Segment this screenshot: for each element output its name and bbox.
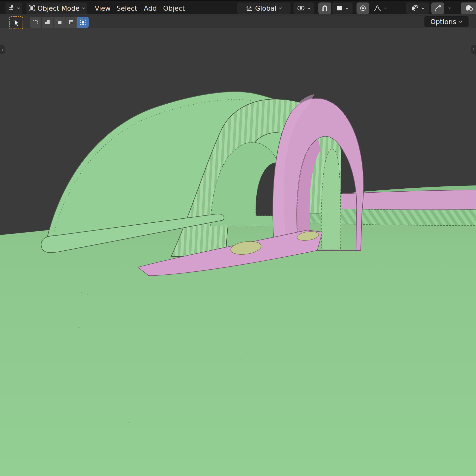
toolbar-expand-tab[interactable]: › (0, 45, 5, 54)
toolbar-expand-chevron-icon: › (1, 46, 4, 53)
select-extend-icon (44, 19, 51, 26)
options-dropdown[interactable]: Options (424, 16, 469, 27)
magnet-icon (321, 4, 329, 12)
tool-settings-bar: Options (0, 14, 476, 28)
overlays-chevron-icon[interactable] (448, 6, 452, 10)
proportional-falloff-dropdown[interactable] (370, 2, 390, 14)
falloff-curve-icon (373, 4, 382, 12)
show-overlays-toggle[interactable] (431, 2, 444, 14)
pivot-point-dropdown[interactable] (294, 2, 314, 14)
dropdown-chevron-icon (345, 6, 349, 10)
shading-sphere-icon (465, 4, 474, 12)
menu-add[interactable]: Add (141, 2, 159, 14)
select-invert-icon (68, 19, 75, 26)
select-mode-set-button[interactable] (30, 17, 41, 28)
orientation-label: Global (255, 4, 276, 12)
viewport-canvas[interactable] (0, 28, 476, 476)
sidebar-expand-tab[interactable]: ‹ (471, 45, 476, 54)
proportional-editing-toggle[interactable] (357, 2, 369, 14)
cursor-select-icon (12, 18, 20, 27)
show-gizmo-icon (410, 4, 419, 12)
select-set-icon (32, 19, 39, 26)
dropdown-chevron-icon (384, 6, 387, 10)
mode-label: Object Mode (37, 4, 80, 12)
dropdown-chevron-icon (17, 6, 21, 10)
dropdown-chevron-icon (421, 6, 425, 10)
viewport-shading-toggle[interactable] (461, 2, 476, 14)
snap-toggle[interactable] (318, 2, 331, 14)
editor-type-3d-viewport-icon (7, 4, 15, 12)
select-mode-intersect-button[interactable] (77, 17, 89, 28)
options-label: Options (430, 18, 456, 26)
menu-view[interactable]: View (92, 2, 113, 14)
dropdown-chevron-icon (459, 20, 463, 24)
proportional-editing-icon (359, 4, 367, 12)
select-intersect-icon (80, 19, 87, 26)
snap-increment-icon (336, 4, 343, 12)
pivot-point-icon (297, 4, 305, 12)
active-tool-select-box-button[interactable] (9, 16, 23, 29)
dropdown-chevron-icon (82, 6, 86, 10)
snap-target-dropdown[interactable] (332, 2, 353, 14)
dropdown-chevron-icon (278, 6, 282, 10)
object-mode-icon (28, 4, 35, 12)
select-mode-extend-button[interactable] (42, 17, 53, 28)
mode-dropdown[interactable]: Object Mode (26, 2, 87, 14)
dropdown-chevron-icon (307, 6, 311, 10)
select-mode-subtract-button[interactable] (54, 17, 65, 28)
select-subtract-icon (56, 19, 63, 26)
show-gizmo-dropdown[interactable] (406, 2, 429, 14)
show-overlays-icon (434, 4, 442, 12)
select-mode-invert-button[interactable] (65, 17, 77, 28)
transform-orientation-icon (245, 4, 253, 12)
sidebar-expand-chevron-icon: ‹ (472, 45, 475, 53)
editor-type-button[interactable] (5, 2, 22, 14)
transform-orientation-dropdown[interactable]: Global (237, 2, 291, 14)
menu-object[interactable]: Object (161, 2, 187, 14)
viewport-header: Object Mode View Select Add Object Globa… (0, 0, 476, 14)
menu-select[interactable]: Select (114, 2, 140, 14)
